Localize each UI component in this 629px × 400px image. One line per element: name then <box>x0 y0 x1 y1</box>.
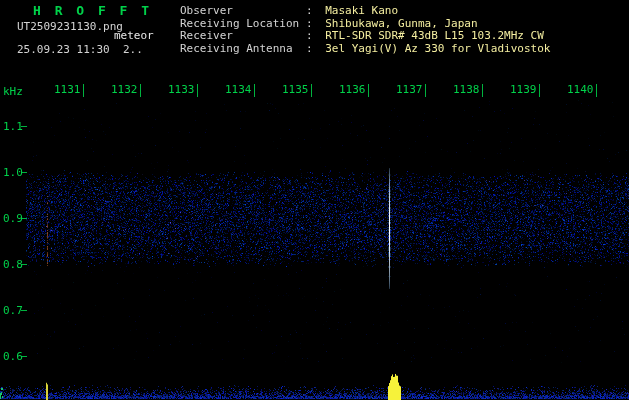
info-separator: : <box>306 5 319 18</box>
x-tick-label: 1138 <box>453 84 480 96</box>
y-tick-mark <box>21 172 27 173</box>
info-row-antenna: Receiving Antenna: 3el Yagi(V) Az 330 fo… <box>180 43 550 56</box>
station-info: Observer: Masaki Kano Receiving Location… <box>180 5 550 55</box>
spectrogram-canvas <box>0 0 629 400</box>
observation-label: meteor <box>114 30 154 42</box>
x-tick-mark <box>425 84 426 97</box>
x-tick-mark <box>539 84 540 97</box>
x-tick-mark <box>254 84 255 97</box>
info-row-receiver: Receiver: RTL-SDR SDR# 43dB L15 103.2MHz… <box>180 30 550 43</box>
x-tick-label: 1137 <box>396 84 423 96</box>
info-separator: : <box>306 30 319 43</box>
info-label: Receiving Antenna <box>180 43 306 56</box>
x-tick-label: 1136 <box>339 84 366 96</box>
x-tick-label: 1134 <box>225 84 252 96</box>
x-tick-mark <box>197 84 198 97</box>
info-value: 3el Yagi(V) Az 330 for Vladivostok <box>325 43 550 56</box>
app-title: H R O F F T <box>33 5 152 17</box>
y-tick-mark <box>21 126 27 127</box>
info-value: RTL-SDR SDR# 43dB L15 103.2MHz CW <box>325 30 544 43</box>
x-tick-label: 1140 <box>567 84 594 96</box>
y-tick-label: 0.8 <box>3 259 23 271</box>
x-tick-label: 1135 <box>282 84 309 96</box>
x-tick-mark <box>596 84 597 97</box>
info-row-observer: Observer: Masaki Kano <box>180 5 550 18</box>
info-separator: : <box>306 43 319 56</box>
x-tick-label: 1131 <box>54 84 81 96</box>
x-tick-label: 1133 <box>168 84 195 96</box>
y-axis-unit: kHz <box>3 86 23 98</box>
y-tick-mark <box>21 356 27 357</box>
x-tick-mark <box>368 84 369 97</box>
y-tick-label: 1.1 <box>3 121 23 133</box>
x-tick-mark <box>83 84 84 97</box>
y-tick-label: 0.6 <box>3 351 23 363</box>
x-tick-mark <box>482 84 483 97</box>
datetime: 25.09.23 11:30 2.. <box>17 44 143 56</box>
x-tick-mark <box>311 84 312 97</box>
y-tick-label: 0.9 <box>3 213 23 225</box>
info-label: Observer <box>180 5 306 18</box>
y-tick-label: 0.7 <box>3 305 23 317</box>
x-tick-label: 1132 <box>111 84 138 96</box>
info-label: Receiver <box>180 30 306 43</box>
info-value: Masaki Kano <box>325 5 398 18</box>
y-tick-mark <box>21 310 27 311</box>
y-tick-label: 1.0 <box>3 167 23 179</box>
x-tick-mark <box>140 84 141 97</box>
y-tick-mark <box>21 218 27 219</box>
y-tick-mark <box>21 264 27 265</box>
hrofft-window: H R O F F T UT2509231130.png meteor 25.0… <box>0 0 629 400</box>
x-tick-label: 1139 <box>510 84 537 96</box>
file-name: UT2509231130.png <box>17 21 123 33</box>
